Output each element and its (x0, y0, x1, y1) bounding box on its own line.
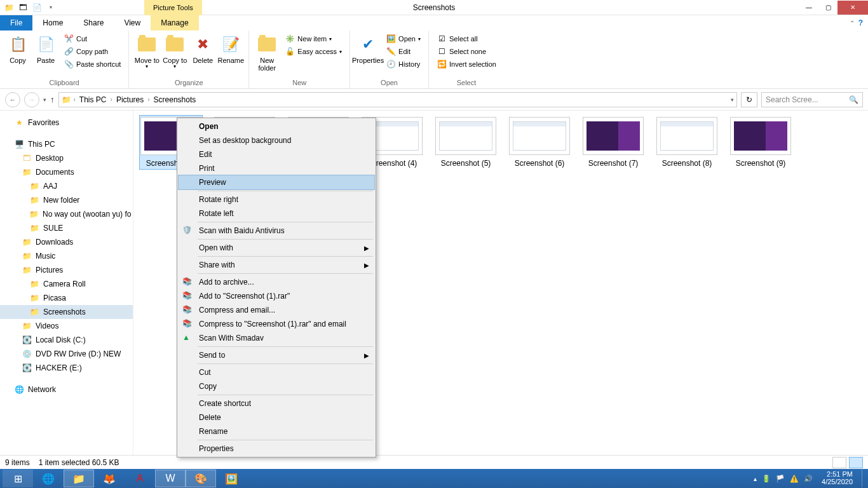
tab-share[interactable]: Share (73, 15, 114, 30)
ctx-preview[interactable]: Preview (179, 175, 374, 189)
tray-volume-icon[interactable]: 🔊 (804, 475, 813, 483)
recent-dropdown-icon[interactable]: ▾ (43, 97, 46, 103)
ctx-share-with[interactable]: Share with▶ (179, 258, 374, 272)
sidebar-network[interactable]: 🌐Network (0, 383, 133, 396)
ctx-cut[interactable]: Cut (179, 365, 374, 379)
qat-dropdown-icon[interactable]: ▾ (44, 1, 57, 14)
ctx-rotate-left[interactable]: Rotate left (179, 207, 374, 220)
refresh-button[interactable]: ↻ (741, 92, 757, 107)
copy-to-button[interactable]: Copy to▾ (161, 32, 189, 72)
delete-button[interactable]: ✖Delete (189, 32, 217, 67)
sidebar-doc-newfolder[interactable]: 📁New folder (0, 193, 133, 207)
close-button[interactable]: ✕ (837, 1, 868, 15)
taskbar-paint[interactable]: 🎨 (186, 470, 216, 487)
back-button[interactable]: ← (5, 92, 20, 107)
sidebar-pic-picasa[interactable]: 📁Picasa (0, 291, 133, 305)
sidebar-downloads[interactable]: 📁Downloads (0, 235, 133, 249)
new-folder-button[interactable]: New folder (253, 32, 281, 74)
search-box[interactable]: Search Scree...🔍 (761, 92, 863, 107)
tab-view[interactable]: View (114, 15, 151, 30)
sidebar-documents[interactable]: 📁Documents (0, 165, 133, 179)
taskbar-photos[interactable]: 🖼️ (216, 470, 247, 487)
tab-manage[interactable]: Manage (151, 15, 198, 30)
qat-newfolder-icon[interactable]: 📄 (31, 1, 43, 14)
address-bar[interactable]: 📁 › This PC › Pictures › Screenshots ▾ (58, 92, 738, 107)
sidebar-pic-screenshots[interactable]: 📁Screenshots (0, 305, 133, 319)
tray-flag-icon[interactable]: 🏳️ (776, 475, 785, 483)
sidebar-hacker[interactable]: 💽HACKER (E:) (0, 361, 133, 375)
ctx-add-rar[interactable]: 📚Add to "Screenshot (1).rar" (179, 289, 374, 303)
edit-button[interactable]: ✏️Edit (384, 46, 422, 57)
ctx-rename[interactable]: Rename (179, 424, 374, 438)
sidebar-local-c[interactable]: 💽Local Disk (C:) (0, 333, 133, 347)
forward-button[interactable]: → (24, 92, 39, 107)
taskbar-firefox[interactable]: 🦊 (94, 470, 125, 487)
crumb-screenshots[interactable]: Screenshots (153, 95, 198, 104)
ctx-send-to[interactable]: Send to▶ (179, 348, 374, 362)
ctx-edit[interactable]: Edit (179, 147, 374, 161)
ctx-compress-rar-email[interactable]: 📚Compress to "Screenshot (1).rar" and em… (179, 317, 374, 331)
taskbar-explorer[interactable]: 📁 (64, 470, 94, 487)
ctx-add-archive[interactable]: 📚Add to archive... (179, 275, 374, 289)
cut-button[interactable]: ✂️Cut (62, 33, 122, 44)
file-item[interactable]: Screenshot (6) (508, 116, 571, 169)
copy-path-button[interactable]: 🔗Copy path (62, 46, 122, 57)
tab-file[interactable]: File (0, 15, 32, 30)
sidebar-doc-sule[interactable]: 📁SULE (0, 221, 133, 235)
sidebar-doc-aaj[interactable]: 📁AAJ (0, 179, 133, 193)
ctx-compress-email[interactable]: 📚Compress and email... (179, 303, 374, 317)
show-desktop-button[interactable] (862, 470, 865, 487)
file-item[interactable]: Screenshot (9) (729, 116, 792, 169)
crumb-thispc[interactable]: This PC (78, 95, 108, 104)
copy-button[interactable]: 📋Copy (4, 32, 32, 67)
sidebar-dvd[interactable]: 💿DVD RW Drive (D:) NEW (0, 347, 133, 361)
new-item-button[interactable]: ✳️New item ▾ (283, 33, 343, 44)
file-item[interactable]: Screenshot (7) (582, 116, 644, 169)
ctx-set-bg[interactable]: Set as desktop background (179, 133, 374, 147)
sidebar-pic-camera[interactable]: 📁Camera Roll (0, 277, 133, 291)
ctx-create-shortcut[interactable]: Create shortcut (179, 396, 374, 410)
help-icon[interactable]: ? (858, 18, 863, 27)
sidebar-pictures[interactable]: 📁Pictures (0, 263, 133, 277)
select-all-button[interactable]: ☑Select all (435, 33, 498, 44)
ctx-scan-baidu[interactable]: 🛡️Scan with Baidu Antivirus (179, 224, 374, 238)
ctx-rotate-right[interactable]: Rotate right (179, 193, 374, 207)
ctx-open[interactable]: Open (179, 119, 374, 133)
sidebar-desktop[interactable]: 🗔Desktop (0, 151, 133, 165)
start-button[interactable]: ⊞ (3, 470, 33, 487)
crumb-pictures[interactable]: Pictures (115, 95, 145, 104)
move-to-button[interactable]: Move to▾ (133, 32, 161, 72)
taskbar-word[interactable]: W (155, 470, 186, 487)
minimize-button[interactable]: — (799, 1, 818, 15)
sidebar-videos[interactable]: 📁Videos (0, 319, 133, 333)
ribbon-minimize-icon[interactable]: ⌃ (850, 20, 855, 27)
file-item[interactable]: Screenshot (5) (435, 116, 497, 169)
ctx-copy[interactable]: Copy (179, 379, 374, 393)
taskbar-clock[interactable]: 2:51 PM 4/25/2020 (818, 471, 857, 485)
ctx-properties[interactable]: Properties (179, 442, 374, 456)
select-none-button[interactable]: ☐Select none (435, 46, 498, 57)
view-thumbnails-button[interactable] (849, 457, 863, 468)
ctx-open-with[interactable]: Open with▶ (179, 241, 374, 255)
ctx-scan-smadav[interactable]: ▲Scan With Smadav (179, 331, 374, 345)
sidebar-thispc[interactable]: 🖥️This PC (0, 137, 133, 151)
open-button[interactable]: 🖼️Open ▾ (384, 33, 422, 44)
properties-button[interactable]: ✔︎Properties (354, 32, 382, 67)
maximize-button[interactable]: ▢ (818, 1, 837, 15)
sidebar-music[interactable]: 📁Music (0, 249, 133, 263)
tray-battery-icon[interactable]: 🔋 (762, 475, 771, 483)
ctx-print[interactable]: Print (179, 161, 374, 175)
file-item[interactable]: Screenshot (8) (656, 116, 718, 169)
address-dropdown-icon[interactable]: ▾ (731, 97, 734, 103)
tab-home[interactable]: Home (32, 15, 73, 30)
taskbar-ie[interactable]: 🌐 (33, 470, 64, 487)
up-button[interactable]: ↑ (50, 95, 55, 104)
sidebar-favorites[interactable]: ★Favorites (0, 116, 133, 130)
ctx-delete[interactable]: Delete (179, 410, 374, 424)
history-button[interactable]: 🕘History (384, 58, 422, 70)
sidebar-doc-nowayout[interactable]: 📁No way out (wootan yu) fo (0, 207, 133, 221)
tray-chevron-icon[interactable]: ▴ (754, 475, 757, 482)
tray-network-icon[interactable]: ⚠️ (790, 475, 799, 483)
paste-button[interactable]: 📄Paste (32, 32, 60, 67)
easy-access-button[interactable]: 🔓Easy access ▾ (283, 46, 343, 57)
